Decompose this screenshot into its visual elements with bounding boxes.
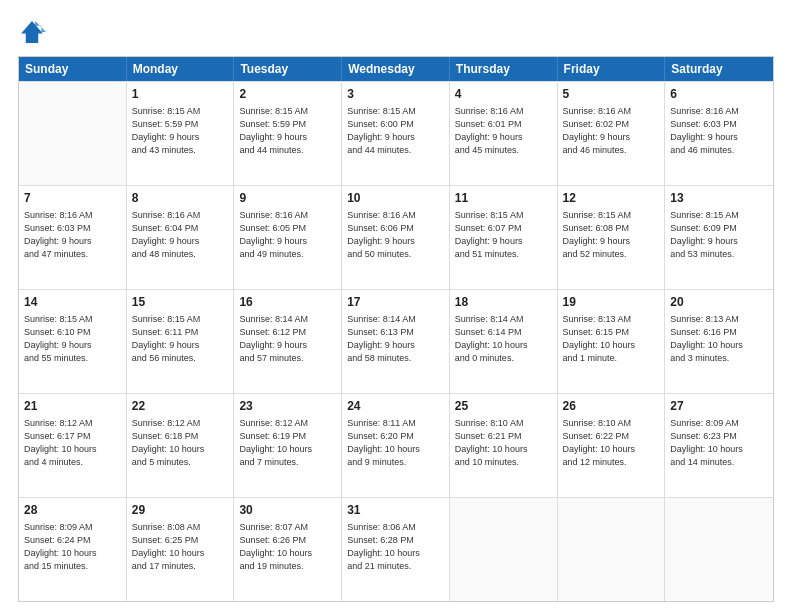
day-info: Sunrise: 8:15 AM Sunset: 6:00 PM Dayligh… (347, 105, 444, 157)
week-row-5: 28Sunrise: 8:09 AM Sunset: 6:24 PM Dayli… (19, 497, 773, 601)
day-number: 6 (670, 86, 768, 103)
day-number: 14 (24, 294, 121, 311)
day-cell-16: 16Sunrise: 8:14 AM Sunset: 6:12 PM Dayli… (234, 290, 342, 393)
day-number: 11 (455, 190, 552, 207)
day-info: Sunrise: 8:07 AM Sunset: 6:26 PM Dayligh… (239, 521, 336, 573)
day-number: 5 (563, 86, 660, 103)
day-number: 19 (563, 294, 660, 311)
week-row-2: 7Sunrise: 8:16 AM Sunset: 6:03 PM Daylig… (19, 185, 773, 289)
day-number: 16 (239, 294, 336, 311)
day-cell-17: 17Sunrise: 8:14 AM Sunset: 6:13 PM Dayli… (342, 290, 450, 393)
day-cell-30: 30Sunrise: 8:07 AM Sunset: 6:26 PM Dayli… (234, 498, 342, 601)
day-number: 31 (347, 502, 444, 519)
day-cell-25: 25Sunrise: 8:10 AM Sunset: 6:21 PM Dayli… (450, 394, 558, 497)
day-header-sunday: Sunday (19, 57, 127, 81)
day-info: Sunrise: 8:09 AM Sunset: 6:24 PM Dayligh… (24, 521, 121, 573)
day-number: 7 (24, 190, 121, 207)
day-number: 28 (24, 502, 121, 519)
day-number: 9 (239, 190, 336, 207)
day-cell-19: 19Sunrise: 8:13 AM Sunset: 6:15 PM Dayli… (558, 290, 666, 393)
day-cell-empty (19, 82, 127, 185)
day-info: Sunrise: 8:14 AM Sunset: 6:14 PM Dayligh… (455, 313, 552, 365)
day-number: 24 (347, 398, 444, 415)
day-info: Sunrise: 8:15 AM Sunset: 6:09 PM Dayligh… (670, 209, 768, 261)
day-info: Sunrise: 8:06 AM Sunset: 6:28 PM Dayligh… (347, 521, 444, 573)
day-info: Sunrise: 8:13 AM Sunset: 6:16 PM Dayligh… (670, 313, 768, 365)
page: SundayMondayTuesdayWednesdayThursdayFrid… (0, 0, 792, 612)
day-info: Sunrise: 8:16 AM Sunset: 6:03 PM Dayligh… (670, 105, 768, 157)
day-cell-27: 27Sunrise: 8:09 AM Sunset: 6:23 PM Dayli… (665, 394, 773, 497)
day-info: Sunrise: 8:12 AM Sunset: 6:19 PM Dayligh… (239, 417, 336, 469)
day-number: 13 (670, 190, 768, 207)
day-cell-28: 28Sunrise: 8:09 AM Sunset: 6:24 PM Dayli… (19, 498, 127, 601)
day-info: Sunrise: 8:16 AM Sunset: 6:03 PM Dayligh… (24, 209, 121, 261)
day-info: Sunrise: 8:08 AM Sunset: 6:25 PM Dayligh… (132, 521, 229, 573)
calendar-header: SundayMondayTuesdayWednesdayThursdayFrid… (19, 57, 773, 81)
day-info: Sunrise: 8:12 AM Sunset: 6:17 PM Dayligh… (24, 417, 121, 469)
day-number: 25 (455, 398, 552, 415)
day-cell-11: 11Sunrise: 8:15 AM Sunset: 6:07 PM Dayli… (450, 186, 558, 289)
day-info: Sunrise: 8:15 AM Sunset: 5:59 PM Dayligh… (239, 105, 336, 157)
day-number: 20 (670, 294, 768, 311)
day-cell-10: 10Sunrise: 8:16 AM Sunset: 6:06 PM Dayli… (342, 186, 450, 289)
day-number: 8 (132, 190, 229, 207)
day-header-friday: Friday (558, 57, 666, 81)
day-cell-empty (665, 498, 773, 601)
day-cell-29: 29Sunrise: 8:08 AM Sunset: 6:25 PM Dayli… (127, 498, 235, 601)
day-cell-empty (558, 498, 666, 601)
day-cell-31: 31Sunrise: 8:06 AM Sunset: 6:28 PM Dayli… (342, 498, 450, 601)
day-info: Sunrise: 8:14 AM Sunset: 6:12 PM Dayligh… (239, 313, 336, 365)
day-number: 23 (239, 398, 336, 415)
day-info: Sunrise: 8:13 AM Sunset: 6:15 PM Dayligh… (563, 313, 660, 365)
day-cell-21: 21Sunrise: 8:12 AM Sunset: 6:17 PM Dayli… (19, 394, 127, 497)
day-info: Sunrise: 8:16 AM Sunset: 6:01 PM Dayligh… (455, 105, 552, 157)
day-cell-20: 20Sunrise: 8:13 AM Sunset: 6:16 PM Dayli… (665, 290, 773, 393)
week-row-3: 14Sunrise: 8:15 AM Sunset: 6:10 PM Dayli… (19, 289, 773, 393)
day-number: 26 (563, 398, 660, 415)
day-cell-15: 15Sunrise: 8:15 AM Sunset: 6:11 PM Dayli… (127, 290, 235, 393)
day-cell-empty (450, 498, 558, 601)
day-cell-5: 5Sunrise: 8:16 AM Sunset: 6:02 PM Daylig… (558, 82, 666, 185)
day-info: Sunrise: 8:10 AM Sunset: 6:22 PM Dayligh… (563, 417, 660, 469)
day-cell-8: 8Sunrise: 8:16 AM Sunset: 6:04 PM Daylig… (127, 186, 235, 289)
day-cell-14: 14Sunrise: 8:15 AM Sunset: 6:10 PM Dayli… (19, 290, 127, 393)
day-info: Sunrise: 8:16 AM Sunset: 6:04 PM Dayligh… (132, 209, 229, 261)
day-number: 2 (239, 86, 336, 103)
logo (18, 18, 50, 46)
day-info: Sunrise: 8:16 AM Sunset: 6:05 PM Dayligh… (239, 209, 336, 261)
day-cell-6: 6Sunrise: 8:16 AM Sunset: 6:03 PM Daylig… (665, 82, 773, 185)
calendar: SundayMondayTuesdayWednesdayThursdayFrid… (18, 56, 774, 602)
day-info: Sunrise: 8:12 AM Sunset: 6:18 PM Dayligh… (132, 417, 229, 469)
day-number: 18 (455, 294, 552, 311)
day-header-tuesday: Tuesday (234, 57, 342, 81)
day-number: 3 (347, 86, 444, 103)
day-cell-7: 7Sunrise: 8:16 AM Sunset: 6:03 PM Daylig… (19, 186, 127, 289)
day-cell-2: 2Sunrise: 8:15 AM Sunset: 5:59 PM Daylig… (234, 82, 342, 185)
day-info: Sunrise: 8:16 AM Sunset: 6:06 PM Dayligh… (347, 209, 444, 261)
day-cell-26: 26Sunrise: 8:10 AM Sunset: 6:22 PM Dayli… (558, 394, 666, 497)
day-header-saturday: Saturday (665, 57, 773, 81)
day-cell-24: 24Sunrise: 8:11 AM Sunset: 6:20 PM Dayli… (342, 394, 450, 497)
day-number: 10 (347, 190, 444, 207)
day-number: 4 (455, 86, 552, 103)
day-info: Sunrise: 8:09 AM Sunset: 6:23 PM Dayligh… (670, 417, 768, 469)
day-info: Sunrise: 8:11 AM Sunset: 6:20 PM Dayligh… (347, 417, 444, 469)
day-info: Sunrise: 8:10 AM Sunset: 6:21 PM Dayligh… (455, 417, 552, 469)
day-cell-13: 13Sunrise: 8:15 AM Sunset: 6:09 PM Dayli… (665, 186, 773, 289)
logo-icon (18, 18, 46, 46)
day-info: Sunrise: 8:16 AM Sunset: 6:02 PM Dayligh… (563, 105, 660, 157)
day-cell-12: 12Sunrise: 8:15 AM Sunset: 6:08 PM Dayli… (558, 186, 666, 289)
day-number: 21 (24, 398, 121, 415)
day-cell-18: 18Sunrise: 8:14 AM Sunset: 6:14 PM Dayli… (450, 290, 558, 393)
calendar-body: 1Sunrise: 8:15 AM Sunset: 5:59 PM Daylig… (19, 81, 773, 601)
day-cell-9: 9Sunrise: 8:16 AM Sunset: 6:05 PM Daylig… (234, 186, 342, 289)
header (18, 18, 774, 46)
day-number: 22 (132, 398, 229, 415)
day-header-wednesday: Wednesday (342, 57, 450, 81)
day-number: 27 (670, 398, 768, 415)
day-info: Sunrise: 8:15 AM Sunset: 6:07 PM Dayligh… (455, 209, 552, 261)
day-info: Sunrise: 8:15 AM Sunset: 6:08 PM Dayligh… (563, 209, 660, 261)
day-cell-3: 3Sunrise: 8:15 AM Sunset: 6:00 PM Daylig… (342, 82, 450, 185)
day-number: 12 (563, 190, 660, 207)
week-row-4: 21Sunrise: 8:12 AM Sunset: 6:17 PM Dayli… (19, 393, 773, 497)
